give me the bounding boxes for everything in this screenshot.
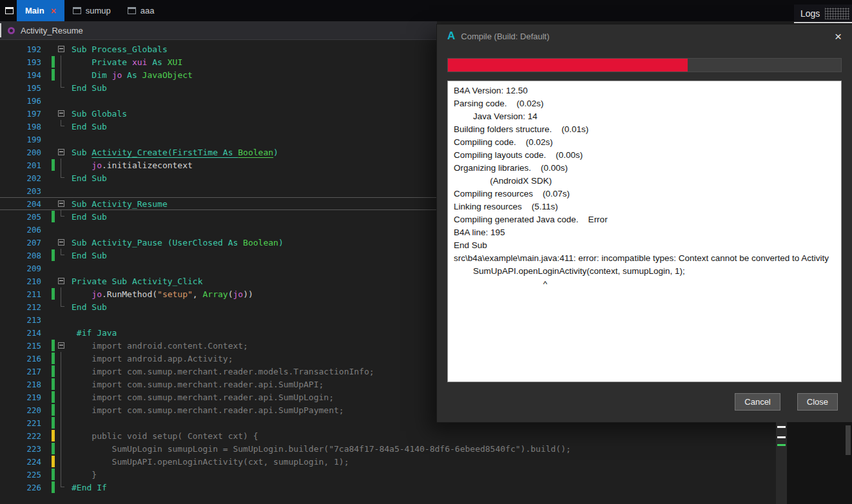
code-text[interactable]: Dim jo As JavaObject: [66, 70, 193, 80]
line-number[interactable]: 198: [0, 122, 45, 131]
line-number[interactable]: 222: [0, 431, 45, 441]
code-text[interactable]: }: [66, 470, 97, 480]
code-text[interactable]: import android.app.Activity;: [66, 354, 233, 363]
code-text[interactable]: Sub Process_Globals: [66, 44, 168, 54]
change-bar: [52, 288, 55, 300]
code-text[interactable]: End Sub: [66, 173, 107, 183]
fold-collapse-icon[interactable]: [56, 236, 66, 249]
line-number[interactable]: 213: [0, 315, 45, 325]
logs-panel-tab[interactable]: Logs: [794, 5, 852, 23]
line-number[interactable]: 226: [0, 483, 45, 492]
code-line[interactable]: 226#End If: [0, 481, 852, 494]
code-text[interactable]: End Sub: [66, 212, 107, 222]
cancel-button[interactable]: Cancel: [735, 393, 780, 411]
code-text[interactable]: Sub Activity_Create(FirstTime As Boolean…: [66, 148, 278, 157]
line-number[interactable]: 221: [0, 418, 45, 428]
line-number[interactable]: 225: [0, 470, 45, 480]
code-text[interactable]: End Sub: [66, 122, 107, 131]
code-text[interactable]: End Sub: [66, 83, 107, 93]
compile-log[interactable]: B4A Version: 12.50 Parsing code. (0.02s)…: [447, 81, 842, 382]
line-number[interactable]: 210: [0, 276, 45, 286]
line-number[interactable]: 199: [0, 135, 45, 144]
code-text[interactable]: Sub Activity_Resume: [66, 199, 168, 209]
line-number[interactable]: 224: [0, 457, 45, 467]
line-number[interactable]: 212: [0, 302, 45, 312]
change-bar: [52, 249, 55, 261]
line-number[interactable]: 215: [0, 341, 45, 351]
fold-collapse-icon[interactable]: [56, 339, 66, 352]
dialog-buttons: Cancel Close: [451, 393, 838, 411]
change-bar: [52, 275, 55, 287]
code-text[interactable]: SumUpLogin sumupLogin = SumUpLogin.build…: [66, 444, 571, 454]
code-text[interactable]: jo.RunMethod("setup", Array(jo)): [66, 289, 253, 299]
line-number[interactable]: 216: [0, 354, 45, 363]
scrollbar-mark: [777, 444, 786, 446]
compile-progressbar: [447, 58, 842, 72]
form-window-icon: [128, 7, 136, 14]
code-line[interactable]: 224 SumUpAPI.openLoginActivity(cxt, sumu…: [0, 455, 852, 468]
fold-collapse-icon[interactable]: [56, 43, 66, 55]
code-text[interactable]: import com.sumup.merchant.reader.api.Sum…: [66, 393, 334, 402]
line-number[interactable]: 195: [0, 83, 45, 93]
tab-sumup[interactable]: sumup: [64, 0, 119, 21]
line-number[interactable]: 203: [0, 186, 45, 196]
change-bar: [52, 146, 55, 158]
code-text[interactable]: public void setup( Context cxt) {: [66, 431, 258, 441]
code-text[interactable]: Private Sub Activity_Click: [66, 276, 203, 286]
fold-guide: [56, 68, 66, 81]
line-number[interactable]: 202: [0, 173, 45, 183]
line-number[interactable]: 211: [0, 289, 45, 299]
line-number[interactable]: 220: [0, 405, 45, 415]
dialog-close-icon[interactable]: ×: [835, 30, 842, 43]
fold-guide: [56, 94, 66, 107]
fold-collapse-icon[interactable]: [56, 275, 66, 287]
line-number[interactable]: 200: [0, 148, 45, 157]
code-line[interactable]: 222 public void setup( Context cxt) {: [0, 429, 852, 442]
fold-guide: [56, 184, 66, 197]
code-text[interactable]: SumUpAPI.openLoginActivity(cxt, sumupLog…: [66, 457, 349, 467]
line-number[interactable]: 201: [0, 160, 45, 170]
code-text[interactable]: import com.sumup.merchant.reader.api.Sum…: [66, 380, 324, 389]
line-number[interactable]: 219: [0, 393, 45, 402]
code-line[interactable]: 223 SumUpLogin sumupLogin = SumUpLogin.b…: [0, 442, 852, 455]
code-text[interactable]: import com.sumup.merchant.reader.models.…: [66, 367, 374, 376]
line-number[interactable]: 205: [0, 212, 45, 222]
close-button[interactable]: Close: [797, 393, 838, 411]
line-number[interactable]: 197: [0, 109, 45, 119]
code-text[interactable]: #End If: [66, 483, 107, 492]
line-number[interactable]: 208: [0, 251, 45, 260]
close-tab-icon[interactable]: ×: [51, 6, 56, 15]
line-number[interactable]: 204: [0, 199, 45, 209]
code-text[interactable]: Private xui As XUI: [66, 57, 182, 67]
line-number[interactable]: 217: [0, 367, 45, 376]
line-number[interactable]: 209: [0, 264, 45, 273]
editor-scrollbar[interactable]: [776, 422, 787, 504]
line-number[interactable]: 192: [0, 44, 45, 54]
logs-panel-body: [787, 422, 852, 504]
fold-collapse-icon[interactable]: [56, 197, 66, 210]
change-bar: [52, 378, 55, 390]
line-number[interactable]: 194: [0, 70, 45, 80]
panel-scrollbar-thumb[interactable]: [846, 425, 851, 455]
code-text[interactable]: import com.sumup.merchant.reader.api.Sum…: [66, 405, 344, 415]
code-text[interactable]: jo.initializecontext: [66, 160, 193, 170]
code-text[interactable]: #if Java: [66, 328, 117, 338]
line-number[interactable]: 193: [0, 57, 45, 67]
line-number[interactable]: 218: [0, 380, 45, 389]
line-number[interactable]: 207: [0, 238, 45, 247]
code-text[interactable]: Sub Globals: [66, 109, 127, 119]
code-text[interactable]: Sub Activity_Pause (UserClosed As Boolea…: [66, 238, 284, 247]
fold-collapse-icon[interactable]: [56, 146, 66, 159]
line-number[interactable]: 223: [0, 444, 45, 454]
fold-guide: [56, 429, 66, 442]
line-number[interactable]: 214: [0, 328, 45, 338]
code-text[interactable]: End Sub: [66, 302, 107, 312]
line-number[interactable]: 196: [0, 96, 45, 106]
code-text[interactable]: End Sub: [66, 251, 107, 260]
fold-collapse-icon[interactable]: [56, 107, 66, 120]
line-number[interactable]: 206: [0, 225, 45, 235]
code-line[interactable]: 225 }: [0, 468, 852, 481]
code-text[interactable]: import android.content.Context;: [66, 341, 248, 351]
tab-aaa[interactable]: aaa: [119, 0, 163, 21]
tab-main[interactable]: Main ×: [17, 0, 64, 21]
